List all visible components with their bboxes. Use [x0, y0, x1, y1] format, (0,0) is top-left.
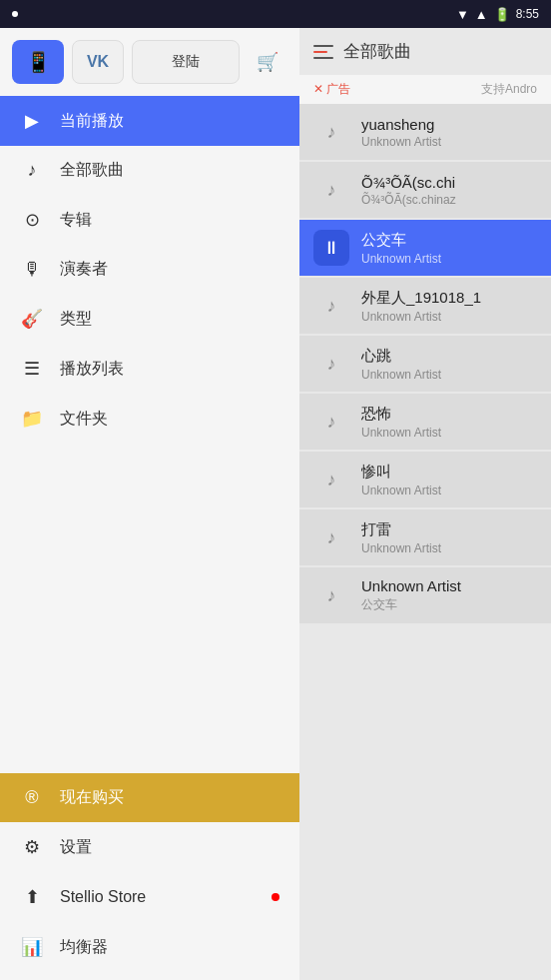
song-artist-8: Unknown Artist: [361, 541, 537, 555]
song-item-7[interactable]: ♪ 惨叫 Unknown Artist: [299, 452, 551, 507]
sidebar: 📱 VK 登陆 🛒 ▶ 当前播放 ♪ 全部歌曲 ⊙ 专辑: [0, 28, 299, 980]
ad-close-icon[interactable]: ✕ 广告: [313, 81, 350, 98]
sidebar-top: 📱 VK 登陆 🛒: [0, 28, 299, 96]
song-artist-5: Unknown Artist: [361, 368, 537, 382]
equalizer-icon: 📊: [20, 936, 44, 958]
music-note-icon-8: ♪: [327, 527, 336, 548]
song-item-3[interactable]: ⏸ 公交车 Unknown Artist: [299, 220, 551, 276]
status-dot: [12, 11, 18, 17]
cart-icon: 🛒: [257, 51, 278, 73]
music-icon-nav: ♪: [20, 160, 44, 181]
menu-line-1: [313, 45, 333, 47]
nav-label-genres: 类型: [60, 309, 92, 330]
cart-button[interactable]: 🛒: [248, 40, 287, 84]
wifi-icon: ▼: [456, 7, 469, 22]
music-note-icon-7: ♪: [327, 470, 336, 490]
song-icon-5: ♪: [313, 346, 349, 382]
sidebar-item-settings[interactable]: ⚙ 设置: [0, 822, 299, 872]
nav-label-now-playing: 当前播放: [60, 111, 124, 132]
song-title-8: 打雷: [361, 520, 537, 539]
song-icon-7: ♪: [313, 462, 349, 497]
sidebar-item-artists[interactable]: 🎙 演奏者: [0, 245, 299, 294]
song-title-1: yuansheng: [361, 116, 537, 133]
sidebar-item-all-songs[interactable]: ♪ 全部歌曲: [0, 146, 299, 195]
song-title-4: 外星人_191018_1: [361, 289, 537, 308]
song-item-9[interactable]: ♪ Unknown Artist 公交车: [299, 567, 551, 623]
device-button[interactable]: 📱: [12, 40, 64, 84]
song-item-1[interactable]: ♪ yuansheng Unknown Artist: [299, 104, 551, 160]
right-panel: 全部歌曲 ✕ 广告 支持Andro ♪ yuansheng Unknown Ar…: [299, 28, 551, 980]
song-title-3: 公交车: [361, 231, 537, 250]
song-icon-3: ⏸: [313, 230, 349, 266]
song-item-2[interactable]: ♪ Õ¾³ÕÃ(sc.chi Õ¾³ÕÃ(sc.chinaz: [299, 162, 551, 218]
settings-icon: ⚙: [20, 836, 44, 858]
vk-button[interactable]: VK: [72, 40, 124, 84]
music-note-icon-5: ♪: [327, 354, 336, 375]
ad-support-text: 支持Andro: [481, 81, 537, 98]
vk-label: VK: [87, 53, 109, 71]
song-artist-7: Unknown Artist: [361, 484, 537, 497]
login-label: 登陆: [172, 53, 200, 71]
pause-icon: ⏸: [322, 238, 340, 259]
song-artist-4: Unknown Artist: [361, 310, 537, 324]
status-left: [12, 11, 18, 17]
buy-now-label: 现在购买: [60, 787, 124, 808]
signal-icon: ▲: [475, 7, 488, 22]
song-info-5: 心跳 Unknown Artist: [361, 347, 537, 382]
sidebar-bottom: ⚙ 设置 ⬆ Stellio Store 📊 均衡器: [0, 822, 299, 980]
store-icon: ⬆: [20, 886, 44, 908]
song-icon-1: ♪: [313, 114, 349, 150]
song-title-9: Unknown Artist: [361, 577, 537, 594]
song-item-8[interactable]: ♪ 打雷 Unknown Artist: [299, 509, 551, 565]
nav-label-artists: 演奏者: [60, 259, 108, 280]
sidebar-item-store[interactable]: ⬆ Stellio Store: [0, 872, 299, 922]
song-item-6[interactable]: ♪ 恐怖 Unknown Artist: [299, 394, 551, 450]
song-item-5[interactable]: ♪ 心跳 Unknown Artist: [299, 336, 551, 392]
song-info-3: 公交车 Unknown Artist: [361, 231, 537, 266]
music-note-icon-6: ♪: [327, 412, 336, 433]
sidebar-item-now-playing[interactable]: ▶ 当前播放: [0, 96, 299, 146]
sidebar-item-equalizer[interactable]: 📊 均衡器: [0, 922, 299, 972]
buy-now-button[interactable]: ® 现在购买: [0, 773, 299, 822]
sidebar-item-albums[interactable]: ⊙ 专辑: [0, 195, 299, 245]
right-header: 全部歌曲: [299, 28, 551, 75]
playlist-icon: ☰: [20, 358, 44, 380]
song-item-4[interactable]: ♪ 外星人_191018_1 Unknown Artist: [299, 278, 551, 334]
time-display: 8:55: [516, 7, 539, 21]
hamburger-menu-icon[interactable]: [313, 45, 333, 59]
music-note-icon-4: ♪: [327, 296, 336, 317]
song-title-6: 恐怖: [361, 405, 537, 424]
music-note-icon-1: ♪: [327, 122, 336, 143]
sidebar-item-playlists[interactable]: ☰ 播放列表: [0, 344, 299, 394]
song-icon-9: ♪: [313, 577, 349, 613]
store-label: Stellio Store: [60, 888, 146, 906]
nav-label-all-songs: 全部歌曲: [60, 160, 124, 181]
song-title-5: 心跳: [361, 347, 537, 366]
play-icon: ▶: [20, 110, 44, 132]
song-artist-6: Unknown Artist: [361, 426, 537, 440]
login-button[interactable]: 登陆: [132, 40, 240, 84]
song-icon-2: ♪: [313, 172, 349, 208]
sidebar-item-folders[interactable]: 📁 文件夹: [0, 394, 299, 444]
ad-bar: ✕ 广告 支持Andro: [299, 75, 551, 104]
settings-label: 设置: [60, 837, 92, 858]
status-bar: ▼ ▲ 🔋 8:55: [0, 0, 551, 28]
equalizer-label: 均衡器: [60, 937, 108, 958]
artist-icon: 🎙: [20, 259, 44, 280]
menu-line-2: [313, 51, 327, 53]
status-right: ▼ ▲ 🔋 8:55: [456, 7, 539, 22]
nav-label-playlists: 播放列表: [60, 359, 124, 380]
song-artist-1: Unknown Artist: [361, 135, 537, 149]
battery-icon: 🔋: [494, 7, 510, 22]
song-icon-6: ♪: [313, 404, 349, 440]
folder-icon: 📁: [20, 408, 44, 430]
right-panel-title: 全部歌曲: [343, 40, 411, 63]
nav-label-albums: 专辑: [60, 210, 92, 231]
song-info-1: yuansheng Unknown Artist: [361, 116, 537, 149]
genre-icon: 🎸: [20, 308, 44, 330]
song-artist-3: Unknown Artist: [361, 252, 537, 266]
sidebar-item-genres[interactable]: 🎸 类型: [0, 294, 299, 344]
song-info-9: Unknown Artist 公交车: [361, 577, 537, 613]
song-icon-4: ♪: [313, 288, 349, 324]
song-info-7: 惨叫 Unknown Artist: [361, 463, 537, 497]
